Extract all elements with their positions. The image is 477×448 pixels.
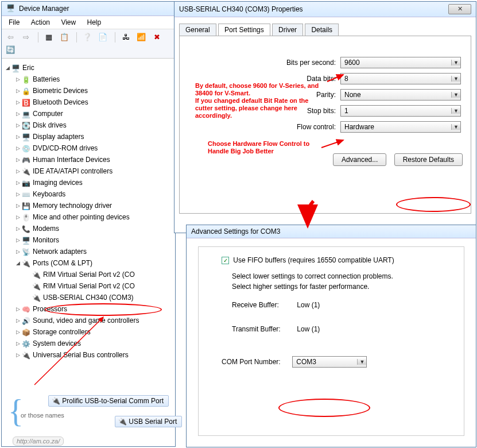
tree-node[interactable]: ▷📦Storage controllers	[14, 326, 173, 338]
tree-node[interactable]: ▷🔌Universal Serial Bus controllers	[14, 349, 173, 361]
chevron-down-icon[interactable]: ▼	[451, 92, 460, 98]
grid-icon[interactable]: ▦	[42, 31, 55, 44]
tree-node[interactable]: ▷🖱️Mice and other pointing devices	[14, 211, 173, 223]
tree-node[interactable]: ▷📞Modems	[14, 223, 173, 234]
tree-node[interactable]: ▷🔊Sound, video and game controllers	[14, 315, 173, 326]
url-badge: http://am.co.za/	[13, 437, 64, 446]
data-bits-dropdown[interactable]: 8 ▼	[340, 73, 461, 84]
back-icon[interactable]: ⇦	[4, 31, 17, 44]
uninstall-icon[interactable]: ✖	[151, 31, 164, 44]
fifo-checkbox[interactable]: ✓	[222, 257, 229, 264]
tree-node[interactable]: ▷🖥️Monitors	[14, 234, 173, 246]
parity-label: Parity:	[254, 91, 340, 99]
chevron-down-icon[interactable]: ▼	[451, 76, 460, 82]
fifo-hint2: Select higher settings for faster perfor…	[232, 283, 452, 291]
stop-bits-dropdown[interactable]: 1 ▼	[340, 105, 461, 117]
menu-view[interactable]: View	[56, 17, 80, 28]
databits-label: Data bits:	[254, 75, 340, 83]
tree-root[interactable]: ◢🖥️ Eric	[4, 62, 173, 74]
tree-child[interactable]: 🔌RIM Virtual Serial Port v2 (CO	[25, 269, 173, 280]
tab-driver[interactable]: Driver	[272, 24, 303, 36]
devmgr-icon: 🖥️	[6, 4, 15, 13]
port-settings-panel: Bits per second: 9600 ▼ Data bits: 8 ▼ P…	[179, 36, 471, 214]
tree-child[interactable]: 🔌RIM Virtual Serial Port v2 (CO	[25, 280, 173, 292]
pill-prolific: 🔌 Prolific USB-to-Serial Comm Port	[48, 395, 169, 407]
update-icon[interactable]: 📶	[135, 31, 148, 44]
advanced-settings-window: Advanced Settings for COM3 ✓ Use FIFO bu…	[186, 225, 476, 447]
tree-node[interactable]: ▷🅱️Bluetooth Devices	[14, 96, 173, 108]
menu-help[interactable]: Help	[83, 17, 106, 28]
props-titlebar: USB-SERIAL CH340 (COM3) Properties ✕	[174, 2, 476, 17]
list-icon[interactable]: 📋	[58, 31, 71, 44]
device-tree[interactable]: ◢🖥️ Eric ▷🔋Batteries▷🔒Biometric Devices▷…	[2, 59, 175, 364]
tree-node[interactable]: ▷💽Disk drives	[14, 119, 173, 131]
tab-port-settings[interactable]: Port Settings	[218, 24, 270, 36]
tree-node[interactable]: ▷🖥️Display adapters	[14, 131, 173, 142]
tab-strip: General Port Settings Driver Details	[179, 23, 471, 36]
scan-icon[interactable]: 🖧	[119, 31, 132, 44]
help-icon[interactable]: ❔	[81, 31, 94, 44]
tree-node[interactable]: ▷🔒Biometric Devices	[14, 85, 173, 96]
stopbits-label: Stop bits:	[254, 107, 340, 115]
tree-node[interactable]: ▷🎮Human Interface Devices	[14, 154, 173, 165]
chevron-down-icon[interactable]: ▼	[451, 108, 460, 114]
chevron-down-icon[interactable]: ▼	[357, 359, 366, 365]
or-those-names: or those names	[21, 412, 64, 419]
properties-window: USB-SERIAL CH340 (COM3) Properties ✕ Gen…	[174, 1, 476, 233]
tree-node[interactable]: ▷⌨️Keyboards	[14, 188, 173, 200]
bits-per-second-dropdown[interactable]: 9600 ▼	[340, 57, 461, 68]
tree-node[interactable]: ▷⚙️System devices	[14, 338, 173, 349]
adv-titlebar: Advanced Settings for COM3	[187, 225, 476, 238]
props-title: USB-SERIAL CH340 (COM3) Properties	[179, 5, 303, 13]
chevron-down-icon[interactable]: ▼	[451, 60, 460, 65]
adv-title: Advanced Settings for COM3	[191, 227, 280, 235]
tree-node[interactable]: ▷📷Imaging devices	[14, 177, 173, 188]
tab-general[interactable]: General	[179, 24, 216, 36]
devmgr-titlebar: 🖥️ Device Manager	[2, 2, 175, 16]
tree-node[interactable]: ▷🧠Processors	[14, 303, 173, 315]
receive-buffer-low: Low (1)	[297, 301, 320, 309]
advanced-button[interactable]: Advanced...	[333, 153, 386, 166]
port-icon: 🔌	[51, 397, 60, 405]
devmgr-title: Device Manager	[19, 5, 69, 13]
transmit-buffer-label: Transmit Buffer:	[232, 325, 295, 333]
tree-node[interactable]: ▷💻Computer	[14, 108, 173, 119]
transmit-buffer-low: Low (1)	[297, 325, 320, 333]
flow-control-dropdown[interactable]: Hardware ▼	[340, 121, 461, 133]
action-icon[interactable]: 📄	[96, 31, 109, 44]
fifo-hint1: Select lower settings to correct connect…	[232, 272, 452, 280]
tree-child[interactable]: 🔌USB-SERIAL CH340 (COM3)	[25, 292, 173, 303]
tree-node[interactable]: ▷📡Network adapters	[14, 246, 173, 257]
refresh-icon[interactable]: 🔄	[4, 44, 17, 56]
menu-file[interactable]: File	[4, 17, 24, 28]
pill-usbserial: 🔌 USB Serial Port	[115, 416, 182, 427]
tree-node[interactable]: ◢🔌Ports (COM & LPT)	[14, 257, 173, 269]
tree-node[interactable]: ▷🔌IDE ATA/ATAPI controllers	[14, 165, 173, 177]
tree-node[interactable]: ▷💿DVD/CD-ROM drives	[14, 142, 173, 154]
receive-buffer-label: Receive Buffer:	[232, 301, 295, 309]
tree-node[interactable]: ▷💾Memory technology driver	[14, 200, 173, 211]
restore-defaults-button[interactable]: Restore Defaults	[394, 153, 463, 166]
fifo-row[interactable]: ✓ Use FIFO buffers (requires 16550 compa…	[222, 256, 452, 264]
port-icon: 🔌	[118, 418, 127, 426]
close-icon[interactable]: ✕	[448, 4, 471, 14]
flow-label: Flow control:	[254, 123, 340, 131]
com-port-dropdown[interactable]: COM3 ▼	[292, 356, 367, 368]
menubar: File Action View Help	[2, 16, 175, 29]
com-port-label: COM Port Number:	[222, 358, 290, 366]
tree-node[interactable]: ▷🔋Batteries	[14, 74, 173, 85]
tab-details[interactable]: Details	[305, 24, 339, 36]
chevron-down-icon[interactable]: ▼	[451, 124, 460, 130]
menu-action[interactable]: Action	[26, 17, 55, 28]
device-manager-window: 🖥️ Device Manager File Action View Help …	[1, 1, 176, 447]
parity-dropdown[interactable]: None ▼	[340, 89, 461, 101]
toolbar: ⇦ ⇨ ▦ 📋 ❔ 📄 🖧 📶 ✖ 🔄	[2, 29, 175, 59]
bits-label: Bits per second:	[254, 59, 340, 67]
forward-icon[interactable]: ⇨	[20, 31, 32, 44]
